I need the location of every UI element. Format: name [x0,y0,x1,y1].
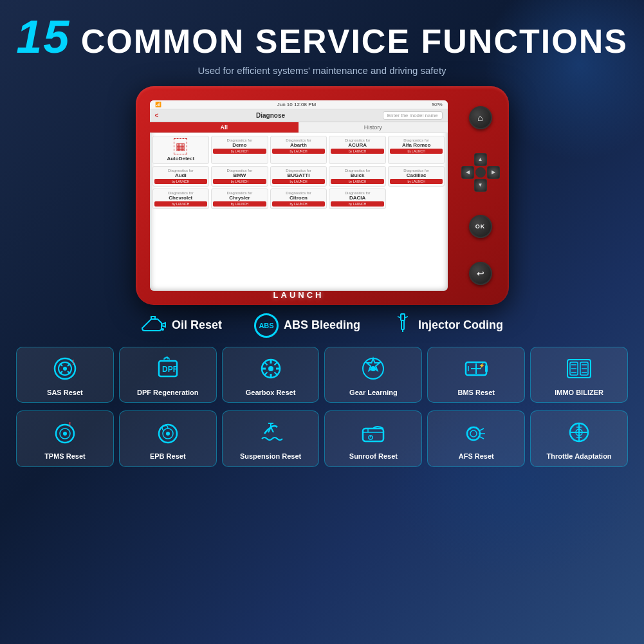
gear-learning-label: Gear Learning [349,388,398,397]
abs-icon: ABS [254,313,279,338]
car-citroen[interactable]: Diagnostics for Citroen by LAUNCH [270,189,327,209]
service-immo[interactable]: IMMO BILIZER [530,347,628,403]
service-suspension-reset[interactable]: Suspension Reset [222,410,320,466]
dpad-left-button[interactable]: ◀ [461,166,474,179]
car-abarth[interactable]: Diagnostics for Abarth by LAUNCH [270,136,327,164]
service-abs-bleeding: ABS ABS Bleeding [254,313,360,338]
car-chrysler[interactable]: Diagnostics for Chrysler by LAUNCH [211,189,268,209]
svg-text:DPF: DPF [162,365,178,374]
svg-rect-33 [363,428,383,441]
service-sunroof-reset[interactable]: Sunroof Reset [324,410,422,466]
car-acura[interactable]: Diagnostics for ACURA by LAUNCH [329,136,386,164]
header: 15 COMMON SERVICE FUNCTIONS Used for eff… [0,0,644,81]
sas-reset-label: SAS Reset [47,388,83,397]
svg-point-13 [268,366,273,371]
nav-title: Diagnose [162,112,378,119]
svg-rect-1 [401,314,405,320]
car-audi[interactable]: Diagnostics for Audi by LAUNCH [152,166,210,187]
service-injector-coding: Injector Coding [392,313,503,338]
sas-icon: ! [49,353,81,385]
immo-label: IMMO BILIZER [555,388,603,397]
svg-point-27 [63,432,67,436]
subtitle: Used for efficient systems' maintenance … [13,65,631,76]
service-grid-row1: ! SAS Reset DPF DPF Regeneration Gearbox… [0,343,644,407]
home-button[interactable]: ⌂ [469,106,492,129]
sunroof-icon [357,416,389,448]
device-brand: LAUNCH [150,290,448,300]
screen-statusbar: 📶 Jun 10 12:08 PM 92% [150,100,448,109]
car-cadillac[interactable]: Diagnostics for Cadillac by LAUNCH [388,166,445,187]
suspension-reset-label: Suspension Reset [240,452,301,461]
car-autodetect[interactable]: ▦ AutoDetect [152,136,210,164]
back-button[interactable]: ↩ [469,262,492,285]
svg-text:!: ! [69,421,71,428]
dpf-icon: DPF [152,353,184,385]
nav-search[interactable]: Enter the model name [383,111,443,120]
svg-text:!: ! [72,359,74,366]
injector-coding-label: Injector Coding [418,318,503,332]
afs-reset-label: AFS Reset [459,452,494,461]
top-services: Oil Reset ABS ABS Bleeding Injector Codi… [0,305,644,343]
service-gearbox-reset[interactable]: Gearbox Reset [222,347,320,403]
gearbox-reset-label: Gearbox Reset [246,388,296,397]
device-screen: 📶 Jun 10 12:08 PM 92% < Diagnose Enter t… [150,100,448,291]
service-afs-reset[interactable]: AFS Reset [427,410,525,466]
injector-icon [392,313,413,338]
device-container: 📶 Jun 10 12:08 PM 92% < Diagnose Enter t… [0,86,644,305]
device: 📶 Jun 10 12:08 PM 92% < Diagnose Enter t… [136,86,509,305]
autodetect-icon: ▦ [174,138,187,154]
svg-text:⚡: ⚡ [479,362,485,369]
number: 15 [16,11,70,62]
service-grid-row2: ! TPMS Reset EPB Reset Suspen [0,407,644,470]
tab-all[interactable]: All [150,122,299,133]
main-title: 15 COMMON SERVICE FUNCTIONS [13,12,631,62]
sunroof-reset-label: Sunroof Reset [349,452,398,461]
throttle-icon [563,416,595,448]
wifi-icon: 📶 [155,102,161,107]
afs-icon [460,416,492,448]
oil-icon [141,313,167,337]
dpad-down-button[interactable]: ▼ [474,179,487,192]
tpms-reset-label: TPMS Reset [44,452,86,461]
dpad: ▲ ◀ ▶ ▼ [461,153,500,192]
service-gear-learning[interactable]: Gear Learning [324,347,422,403]
device-body: 📶 Jun 10 12:08 PM 92% < Diagnose Enter t… [136,86,509,305]
tab-history[interactable]: History [299,122,448,133]
screen-tabs: All History [150,122,448,133]
gear-learning-icon [357,353,389,385]
abs-bleeding-label: ABS Bleeding [284,318,360,332]
service-throttle-adaptation[interactable]: Throttle Adaptation [530,410,628,466]
device-buttons: ⌂ ▲ ◀ ▶ ▼ OK ↩ [457,96,504,295]
car-bugatti[interactable]: Diagnostics for BUGATTI by LAUNCH [270,166,327,187]
car-chevrolet[interactable]: Diagnostics for Chevrolet by LAUNCH [152,189,210,209]
ok-button[interactable]: OK [469,215,492,238]
gearbox-icon [255,353,287,385]
immo-icon [563,353,595,385]
service-sas-reset[interactable]: ! SAS Reset [16,347,114,403]
epb-reset-label: EPB Reset [150,452,186,461]
service-epb-reset[interactable]: EPB Reset [119,410,217,466]
car-demo[interactable]: Diagnostics for Demo by LAUNCH [211,136,268,164]
nav-back[interactable]: < [155,112,159,119]
oil-reset-label: Oil Reset [172,318,222,332]
car-dacia[interactable]: Diagnostics for DACIA by LAUNCH [329,189,386,209]
svg-point-37 [470,430,477,437]
dpad-center [475,167,486,178]
dpad-right-button[interactable]: ▶ [487,166,500,179]
car-name: AutoDetect [167,156,194,161]
service-dpf[interactable]: DPF DPF Regeneration [119,347,217,403]
throttle-adaptation-label: Throttle Adaptation [547,452,612,461]
datetime: Jun 10 12:08 PM [277,102,316,107]
svg-point-8 [63,367,67,371]
epb-icon [152,416,184,448]
car-bmw[interactable]: Diagnostics for BMW by LAUNCH [211,166,268,187]
car-alfaromeo[interactable]: Diagnostics for Alfa Romeo by LAUNCH [388,136,445,164]
car-buick[interactable]: Diagnostics for Buick by LAUNCH [329,166,386,187]
svg-rect-17 [485,365,488,372]
service-tpms-reset[interactable]: ! TPMS Reset [16,410,114,466]
service-bms-reset[interactable]: ⚡ BMS Reset [427,347,525,403]
svg-point-15 [371,366,376,371]
tpms-icon: ! [49,416,81,448]
dpad-up-button[interactable]: ▲ [474,153,487,166]
svg-point-31 [166,432,170,436]
